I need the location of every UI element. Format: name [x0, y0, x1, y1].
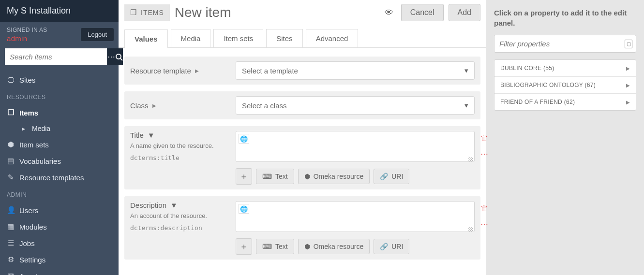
nav-users[interactable]: 👤Users — [0, 202, 119, 218]
signed-in-label: SIGNED IN AS — [7, 27, 47, 33]
more-icon[interactable]: ⋯ — [480, 149, 488, 159]
title-value-box: 🌐 🗑 ⋯ — [236, 131, 475, 163]
filter-row: ▢ — [494, 35, 636, 53]
tab-media[interactable]: Media — [171, 29, 211, 47]
vocab-list: DUBLIN CORE (55)▶ BIBLIOGRAPHIC ONTOLOGY… — [494, 59, 636, 111]
gears-icon: ⚙ — [7, 255, 15, 264]
add-button[interactable]: Add — [449, 4, 480, 21]
omeka-resource-button[interactable]: ⬢Omeka resource — [298, 239, 370, 254]
list-icon: ☰ — [7, 239, 15, 247]
brand[interactable]: My S Installation — [0, 0, 119, 22]
cube-icon: ❒ — [7, 108, 15, 117]
link-icon: 🔗 — [380, 173, 388, 180]
property-description-term: dcterms:description — [130, 224, 227, 232]
nav-assets-label: Assets — [19, 272, 41, 275]
book-icon: ▤ — [7, 157, 15, 165]
cubes-icon: ⬢ — [304, 243, 310, 250]
breadcrumb-label: ITEMS — [141, 9, 164, 16]
vocab-label: BIBLIOGRAPHIC ONTOLOGY (67) — [500, 82, 596, 88]
resize-handle[interactable] — [468, 227, 473, 232]
tab-item-sets[interactable]: Item sets — [213, 29, 263, 47]
keyboard-icon: ⌨ — [262, 243, 272, 250]
nav-resource-templates[interactable]: ✎Resource templates — [0, 169, 119, 186]
nav-jobs[interactable]: ☰Jobs — [0, 235, 119, 251]
keyboard-icon: ⌨ — [262, 173, 272, 180]
nav-modules[interactable]: ▦Modules — [0, 218, 119, 235]
title-textarea[interactable] — [236, 131, 475, 162]
cancel-button[interactable]: Cancel — [401, 4, 444, 21]
breadcrumb-pill[interactable]: ❒ITEMS — [124, 4, 170, 21]
pencil-square-icon: ✎ — [7, 173, 15, 182]
property-title-row: Title▼ A name given to the resource. dct… — [124, 126, 480, 189]
property-title-desc: A name given to the resource. — [130, 142, 227, 149]
tabs: Values Media Item sets Sites Advanced — [119, 25, 486, 48]
property-description-desc: An account of the resource. — [130, 212, 227, 219]
main: ❒ITEMS New item 👁 Cancel Add Values Medi… — [119, 0, 644, 275]
add-value-button[interactable]: ＋ — [236, 168, 252, 185]
chevron-right-icon: ▸ — [19, 125, 27, 132]
uri-button[interactable]: 🔗URI — [374, 169, 409, 184]
search-input[interactable] — [5, 48, 107, 65]
resize-handle[interactable] — [468, 157, 473, 161]
omeka-resource-button[interactable]: ⬢Omeka resource — [298, 169, 370, 184]
nav-assets[interactable]: ▧Assets — [0, 268, 119, 275]
text-type-button[interactable]: ⌨Text — [256, 169, 294, 184]
class-row: Class▶ Select a class▾ — [124, 91, 480, 119]
user-name[interactable]: admin — [7, 34, 47, 43]
vocab-bibliographic-ontology[interactable]: BIBLIOGRAPHIC ONTOLOGY (67)▶ — [494, 77, 636, 94]
chevron-right-icon: ▶ — [626, 83, 630, 88]
uri-button[interactable]: 🔗URI — [374, 239, 409, 254]
user-icon: 👤 — [7, 206, 15, 215]
globe-icon[interactable]: 🌐 — [239, 204, 249, 214]
nav-users-label: Users — [19, 206, 38, 215]
nav: 🖵Sites RESOURCES ❒Items ▸Media ⬢Item set… — [0, 72, 119, 275]
resource-template-select[interactable]: Select a template▾ — [236, 61, 475, 80]
image-icon: ▧ — [7, 272, 15, 275]
link-icon: 🔗 — [380, 243, 388, 250]
property-description-values: 🌐 🗑 ⋯ ＋ ⌨Text ⬢Omeka resource 🔗URI — [236, 201, 475, 255]
nav-media-label: Media — [32, 125, 50, 132]
nav-item-sets[interactable]: ⬢Item sets — [0, 136, 119, 153]
trash-icon[interactable]: 🗑 — [480, 204, 488, 213]
chevron-down-icon: ▾ — [464, 66, 468, 75]
property-description-meta: Description▼ An account of the resource.… — [130, 201, 227, 255]
nav-media[interactable]: ▸Media — [0, 121, 119, 136]
nav-sites[interactable]: 🖵Sites — [0, 72, 119, 88]
cube-icon: ❒ — [130, 8, 137, 17]
properties-panel: Click on a property to add it to the edi… — [486, 0, 644, 275]
resource-template-label: Resource template▶ — [130, 67, 227, 75]
logout-button[interactable]: Logout — [81, 28, 114, 41]
vocab-dublin-core[interactable]: DUBLIN CORE (55)▶ — [494, 60, 636, 77]
search-advanced-button[interactable]: ⋯ — [107, 48, 115, 65]
caret-down-icon[interactable]: ▼ — [148, 131, 155, 139]
class-select[interactable]: Select a class▾ — [236, 96, 475, 115]
description-textarea[interactable] — [236, 201, 475, 232]
description-add-row: ＋ ⌨Text ⬢Omeka resource 🔗URI — [236, 238, 475, 255]
trash-icon[interactable]: 🗑 — [480, 134, 488, 143]
property-title-term: dcterms:title — [130, 154, 227, 161]
nav-modules-label: Modules — [19, 223, 47, 231]
nav-items[interactable]: ❒Items — [0, 104, 119, 121]
class-label: Class▶ — [130, 101, 227, 110]
nav-vocabularies[interactable]: ▤Vocabularies — [0, 153, 119, 169]
tab-sites[interactable]: Sites — [266, 29, 302, 47]
nav-settings[interactable]: ⚙Settings — [0, 251, 119, 268]
header-actions: 👁 Cancel Add — [382, 4, 480, 21]
filter-properties-input[interactable] — [494, 35, 636, 53]
vocab-friend-of-a-friend[interactable]: FRIEND OF A FRIEND (62)▶ — [494, 94, 636, 110]
chevron-right-icon: ▶ — [626, 100, 630, 105]
tab-values[interactable]: Values — [124, 29, 168, 48]
more-icon[interactable]: ⋯ — [480, 219, 488, 229]
tab-advanced[interactable]: Advanced — [306, 29, 359, 47]
text-type-button[interactable]: ⌨Text — [256, 239, 294, 254]
caret-down-icon[interactable]: ▼ — [170, 201, 178, 209]
add-value-button[interactable]: ＋ — [236, 238, 252, 255]
description-value-actions: 🗑 ⋯ — [480, 204, 488, 229]
cubes-icon: ⬢ — [7, 140, 15, 149]
user-block: SIGNED IN AS admin Logout — [0, 22, 119, 48]
nav-resource-templates-label: Resource templates — [19, 174, 84, 182]
visibility-button[interactable]: 👁 — [382, 5, 396, 21]
title-add-row: ＋ ⌨Text ⬢Omeka resource 🔗URI — [236, 168, 475, 185]
globe-icon[interactable]: 🌐 — [239, 134, 249, 144]
document-icon[interactable]: ▢ — [625, 40, 632, 48]
